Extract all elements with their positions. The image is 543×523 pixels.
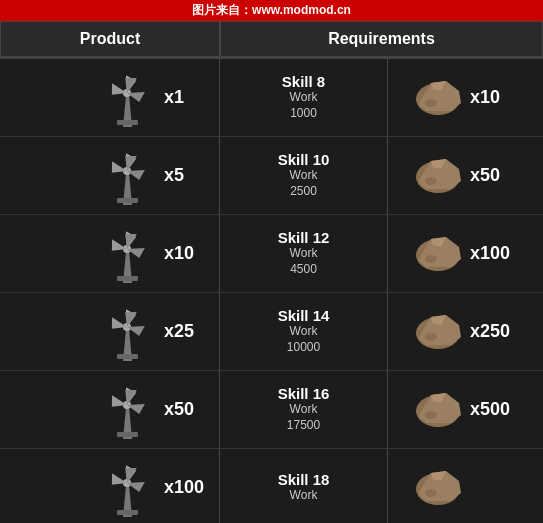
svg-marker-49	[120, 385, 141, 405]
product-qty-label: x5	[164, 165, 209, 186]
svg-marker-57	[107, 469, 127, 490]
svg-point-54	[425, 411, 437, 419]
material-cell-4: x250	[388, 293, 543, 370]
requirements-section-5: Skill 16 Work17500 x500	[220, 371, 543, 448]
svg-point-43	[425, 333, 437, 341]
table-header: Product Requirements	[0, 21, 543, 59]
svg-marker-5	[120, 73, 141, 93]
watermark: 图片来自：www.modmod.cn	[0, 0, 543, 21]
skill-label: Skill 14	[278, 307, 330, 324]
work-label: Work2500	[290, 168, 318, 199]
svg-rect-6	[117, 120, 138, 125]
material-qty-label: x50	[470, 165, 520, 186]
material-cell-1: x10	[388, 59, 543, 136]
product-qty-label: x100	[164, 477, 209, 498]
skill-label: Skill 16	[278, 385, 330, 402]
svg-marker-35	[107, 313, 127, 334]
windmill-icon	[95, 299, 160, 364]
svg-point-65	[425, 489, 437, 497]
table-row: x25 Skill 14 Work10000 x250	[0, 293, 543, 371]
svg-marker-2	[107, 79, 127, 100]
svg-marker-46	[107, 391, 127, 412]
work-label: Work17500	[287, 402, 320, 433]
rock-icon	[411, 227, 466, 281]
windmill-icon	[95, 221, 160, 286]
product-cell-4: x25	[0, 293, 220, 370]
skill-work-cell-5: Skill 16 Work17500	[220, 371, 388, 448]
windmill-icon	[95, 65, 160, 130]
crafting-table: Product Requirements x1	[0, 21, 543, 523]
svg-point-21	[425, 177, 437, 185]
rock-icon	[411, 461, 466, 515]
svg-marker-27	[120, 229, 141, 249]
requirements-section-4: Skill 14 Work10000 x250	[220, 293, 543, 370]
material-cell-3: x100	[388, 215, 543, 292]
svg-rect-61	[117, 510, 138, 515]
skill-work-cell-3: Skill 12 Work4500	[220, 215, 388, 292]
svg-marker-13	[107, 157, 127, 178]
skill-work-cell-2: Skill 10 Work2500	[220, 137, 388, 214]
svg-rect-17	[117, 198, 138, 203]
material-cell-6	[388, 449, 543, 523]
work-label: Work4500	[290, 246, 318, 277]
work-label: Work	[290, 488, 318, 504]
skill-label: Skill 18	[278, 471, 330, 488]
svg-point-32	[425, 255, 437, 263]
svg-marker-24	[107, 235, 127, 256]
table-row: x5 Skill 10 Work2500 x50	[0, 137, 543, 215]
material-cell-5: x500	[388, 371, 543, 448]
product-cell-5: x50	[0, 371, 220, 448]
product-cell-6: x100	[0, 449, 220, 523]
skill-label: Skill 8	[282, 73, 325, 90]
work-label: Work1000	[290, 90, 318, 121]
table-row: x10 Skill 12 Work4500 x100	[0, 215, 543, 293]
requirements-section-3: Skill 12 Work4500 x100	[220, 215, 543, 292]
windmill-icon	[95, 377, 160, 442]
material-qty-label: x500	[470, 399, 520, 420]
svg-marker-60	[120, 463, 141, 483]
rock-icon	[411, 71, 466, 125]
skill-label: Skill 12	[278, 229, 330, 246]
material-qty-label: x100	[470, 243, 520, 264]
material-cell-2: x50	[388, 137, 543, 214]
skill-work-cell-1: Skill 8 Work1000	[220, 59, 388, 136]
svg-point-10	[425, 99, 437, 107]
product-qty-label: x50	[164, 399, 209, 420]
material-qty-label: x10	[470, 87, 520, 108]
skill-work-cell-6: Skill 18 Work	[220, 449, 388, 523]
svg-rect-39	[117, 354, 138, 359]
svg-rect-28	[117, 276, 138, 281]
product-qty-label: x1	[164, 87, 209, 108]
windmill-icon	[95, 143, 160, 208]
material-qty-label: x250	[470, 321, 520, 342]
work-label: Work10000	[287, 324, 320, 355]
rock-icon	[411, 305, 466, 359]
windmill-icon	[95, 455, 160, 520]
product-cell-3: x10	[0, 215, 220, 292]
header-product: Product	[0, 21, 220, 57]
rock-icon	[411, 383, 466, 437]
svg-rect-50	[117, 432, 138, 437]
requirements-section-6: Skill 18 Work	[220, 449, 543, 523]
table-row: x100 Skill 18 Work	[0, 449, 543, 523]
svg-marker-16	[120, 151, 141, 171]
product-qty-label: x25	[164, 321, 209, 342]
skill-label: Skill 10	[278, 151, 330, 168]
table-row: x1 Skill 8 Work1000 x10	[0, 59, 543, 137]
product-qty-label: x10	[164, 243, 209, 264]
header-requirements: Requirements	[220, 21, 543, 57]
product-cell-2: x5	[0, 137, 220, 214]
svg-marker-38	[120, 307, 141, 327]
requirements-section-1: Skill 8 Work1000 x10	[220, 59, 543, 136]
skill-work-cell-4: Skill 14 Work10000	[220, 293, 388, 370]
product-cell-1: x1	[0, 59, 220, 136]
table-row: x50 Skill 16 Work17500 x500	[0, 371, 543, 449]
rock-icon	[411, 149, 466, 203]
requirements-section-2: Skill 10 Work2500 x50	[220, 137, 543, 214]
